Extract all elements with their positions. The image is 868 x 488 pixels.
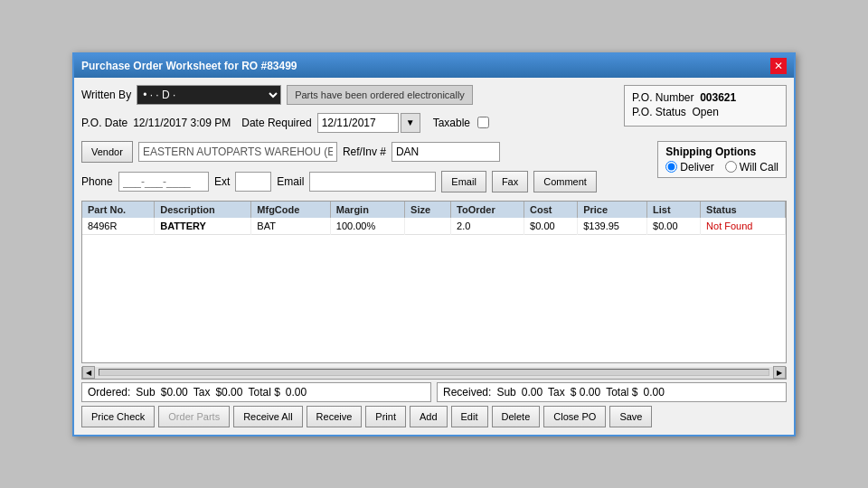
received-totals: Received: Sub 0.00 Tax $ 0.00 Total $ 0.… <box>437 382 787 402</box>
ref-inv-label: Ref/Inv # <box>343 145 386 158</box>
phone-row: Phone Ext Email Email Fax Comment <box>81 171 650 192</box>
table-header-row: Part No. Description MfgCode Margin Size… <box>82 202 786 218</box>
totals-row: Ordered: Sub $0.00 Tax $0.00 Total $ 0.0… <box>81 382 787 402</box>
status-message: Parts have been ordered electronically <box>287 85 473 105</box>
shipping-radio-row: Deliver Will Call <box>665 161 778 174</box>
received-tax-value: $ 0.00 <box>571 386 600 399</box>
date-required-input[interactable] <box>317 113 399 133</box>
receive-all-button[interactable]: Receive All <box>233 406 302 427</box>
content-area: Written By • · · D · Parts have been ord… <box>74 78 794 435</box>
add-button[interactable]: Add <box>410 406 448 427</box>
deliver-radio[interactable] <box>665 161 677 173</box>
title-bar: Purchase Order Worksheet for RO #83499 ✕ <box>74 54 794 78</box>
scrollbar-track <box>99 369 769 376</box>
received-total-label: Total $ <box>606 386 637 399</box>
close-po-button[interactable]: Close PO <box>543 406 606 427</box>
delete-button[interactable]: Delete <box>492 406 541 427</box>
parts-table-container: Part No. Description MfgCode Margin Size… <box>81 201 787 363</box>
col-list: List <box>647 202 701 218</box>
window-title: Purchase Order Worksheet for RO #83499 <box>81 60 297 72</box>
col-description: Description <box>155 202 251 218</box>
received-sub-value: 0.00 <box>522 386 542 399</box>
taxable-label: Taxable <box>433 117 470 129</box>
action-buttons-row: Price Check Order Parts Receive All Rece… <box>81 406 787 427</box>
shipping-options-label: Shipping Options <box>665 145 778 158</box>
main-window: Purchase Order Worksheet for RO #83499 ✕… <box>72 52 796 436</box>
table-row[interactable]: 8496RBATTERYBAT100.00%2.0$0.00$139.95$0.… <box>82 218 786 235</box>
taxable-checkbox[interactable] <box>477 117 489 128</box>
vendor-input <box>138 142 337 162</box>
ordered-totals: Ordered: Sub $0.00 Tax $0.00 Total $ 0.0… <box>81 382 431 402</box>
ordered-tax-label: Tax <box>193 386 211 399</box>
fax-button[interactable]: Fax <box>492 171 528 192</box>
scroll-right[interactable]: ▶ <box>773 366 786 379</box>
ordered-total-value: 0.00 <box>286 386 307 399</box>
ordered-sub-value: $0.00 <box>161 386 188 399</box>
ordered-sub-label: Sub <box>136 386 155 399</box>
date-required-row: ▼ <box>317 113 420 133</box>
col-size: Size <box>405 202 451 218</box>
col-mfg-code: MfgCode <box>251 202 331 218</box>
po-status-value: Open <box>692 106 718 118</box>
ext-input[interactable] <box>235 172 271 192</box>
ordered-tax-value: $0.00 <box>215 386 242 399</box>
col-part-no: Part No. <box>82 202 155 218</box>
table-scrollbar[interactable]: ◀ ▶ <box>81 367 787 380</box>
col-price: Price <box>578 202 647 218</box>
ordered-total-label: Total $ <box>248 386 279 399</box>
edit-button[interactable]: Edit <box>451 406 488 427</box>
parts-tbody: 8496RBATTERYBAT100.00%2.0$0.00$139.95$0.… <box>82 218 786 235</box>
received-sub-label: Sub <box>496 386 515 399</box>
will-call-option[interactable]: Will Call <box>725 161 778 174</box>
receive-button[interactable]: Receive <box>307 406 363 427</box>
phone-input[interactable] <box>118 172 209 192</box>
col-margin: Margin <box>330 202 404 218</box>
po-number-value: 003621 <box>700 91 736 104</box>
will-call-radio[interactable] <box>725 161 737 173</box>
po-status-row: P.O. Status Open <box>632 106 778 118</box>
price-check-button[interactable]: Price Check <box>81 406 155 427</box>
vendor-row: Vendor Ref/Inv # <box>81 141 650 163</box>
ref-inv-input[interactable] <box>392 142 500 162</box>
written-by-select[interactable]: • · · D · <box>137 85 281 105</box>
col-status: Status <box>701 202 786 218</box>
order-parts-button[interactable]: Order Parts <box>158 406 230 427</box>
save-button[interactable]: Save <box>609 406 652 427</box>
close-button[interactable]: ✕ <box>770 58 787 74</box>
scroll-left[interactable]: ◀ <box>82 366 95 379</box>
ordered-label: Ordered: <box>88 386 130 399</box>
print-button[interactable]: Print <box>365 406 406 427</box>
po-number-label: P.O. Number <box>632 91 693 104</box>
written-by-label: Written By <box>81 89 131 101</box>
calendar-button[interactable]: ▼ <box>401 113 420 133</box>
comment-button[interactable]: Comment <box>533 171 597 192</box>
received-tax-label: Tax <box>548 386 565 399</box>
parts-table: Part No. Description MfgCode Margin Size… <box>82 202 786 235</box>
po-status-label: P.O. Status <box>632 106 686 118</box>
written-by-row: Written By • · · D · Parts have been ord… <box>81 85 617 105</box>
email-button[interactable]: Email <box>441 171 486 192</box>
po-info-box: P.O. Number 003621 P.O. Status Open <box>624 85 787 127</box>
date-required-label: Date Required <box>241 117 311 129</box>
po-date-label: P.O. Date <box>81 117 127 129</box>
email-label: Email <box>277 175 304 188</box>
ext-label: Ext <box>214 175 230 188</box>
col-cost: Cost <box>524 202 578 218</box>
received-total-value: 0.00 <box>644 386 665 399</box>
shipping-options-box: Shipping Options Deliver Will Call <box>657 141 787 178</box>
col-to-order: ToOrder <box>451 202 524 218</box>
deliver-option[interactable]: Deliver <box>665 161 713 174</box>
email-input[interactable] <box>309 172 436 192</box>
po-number-row: P.O. Number 003621 <box>632 91 778 104</box>
vendor-button[interactable]: Vendor <box>81 141 133 163</box>
po-date-row: P.O. Date 12/11/2017 3:09 PM Date Requir… <box>81 113 617 133</box>
phone-label: Phone <box>81 175 113 188</box>
po-date-value: 12/11/2017 3:09 PM <box>133 117 231 129</box>
received-label: Received: <box>443 386 491 399</box>
